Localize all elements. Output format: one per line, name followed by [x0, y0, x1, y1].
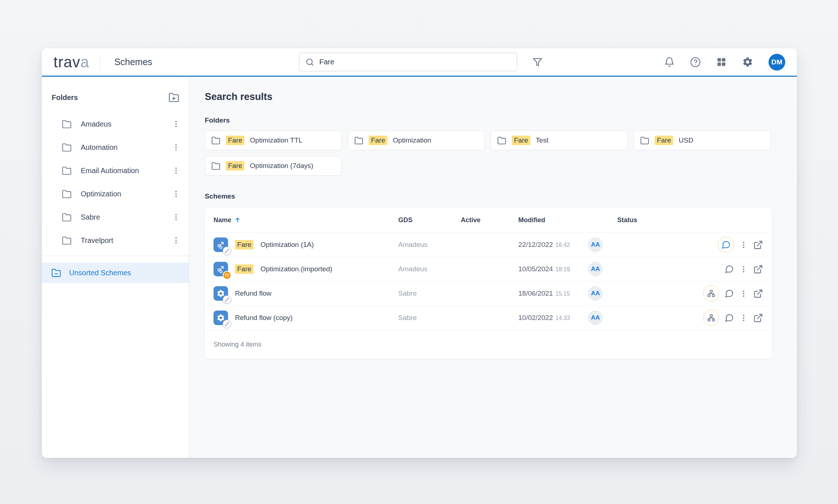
draft-pencil-badge	[223, 247, 231, 255]
folder-result-chip[interactable]: Fare Optimization (7days)	[205, 156, 342, 176]
user-avatar[interactable]: DM	[769, 54, 785, 71]
page-title: Schemes	[114, 57, 152, 67]
filter-button[interactable]	[532, 57, 543, 68]
comment-highlight-ring[interactable]	[718, 237, 734, 253]
table-row[interactable]: Refund flow (copy) Sabre 10/02/202214:33…	[205, 305, 772, 330]
search-term-highlight: Fare	[235, 240, 254, 249]
flow-hierarchy-ring[interactable]	[703, 310, 719, 326]
schemes-table: Name GDS Active Modified Status	[205, 208, 772, 359]
folder-icon	[62, 212, 72, 222]
column-header-active[interactable]: Active	[452, 216, 510, 224]
folder-plus-icon	[168, 92, 179, 103]
sidebar: Folders Amadeus Automa	[42, 77, 189, 458]
folder-result-chip[interactable]: Fare USD	[634, 131, 771, 150]
app-logo: trava	[53, 53, 89, 71]
table-row[interactable]: Fare Optimization.(imported) Amadeus 10/…	[205, 257, 772, 281]
row-menu-button[interactable]	[739, 289, 748, 298]
open-external-button[interactable]	[753, 240, 763, 250]
logo-accent-letter: a	[80, 53, 89, 71]
folder-icon	[211, 136, 220, 145]
apps-grid-icon	[716, 57, 727, 67]
folder-icon	[62, 236, 72, 245]
folder-menu-button[interactable]	[172, 190, 180, 198]
add-folder-button[interactable]	[168, 92, 179, 103]
search-results-title: Search results	[205, 91, 772, 103]
imported-archive-badge	[223, 271, 231, 280]
sidebar-item-unsorted-schemes[interactable]: Unsorted Schemes	[42, 263, 189, 283]
folder-menu-button[interactable]	[172, 213, 180, 221]
search-term-highlight: Fare	[655, 136, 673, 145]
folder-icon	[640, 136, 649, 145]
search-term-highlight: Fare	[226, 161, 244, 171]
row-menu-button[interactable]	[739, 241, 748, 249]
owner-avatar: AA	[588, 237, 603, 252]
sidebar-divider	[42, 256, 189, 256]
scheme-optimization-icon	[214, 237, 228, 252]
settings-button[interactable]	[742, 56, 753, 68]
column-header-name[interactable]: Name	[205, 216, 390, 224]
open-external-button[interactable]	[753, 264, 763, 274]
top-bar: trava Schemes	[42, 48, 797, 76]
logo-text: trav	[53, 53, 80, 71]
topbar-actions: DM	[664, 48, 785, 76]
folder-icon	[497, 136, 506, 145]
draft-pencil-badge	[223, 320, 231, 328]
folder-menu-button[interactable]	[172, 120, 180, 128]
open-external-button[interactable]	[753, 313, 763, 323]
search-input[interactable]	[319, 58, 511, 66]
search-term-highlight: Fare	[235, 264, 254, 274]
row-menu-button[interactable]	[739, 265, 748, 273]
folder-result-chip[interactable]: Fare Test	[491, 131, 628, 150]
open-external-button[interactable]	[753, 289, 763, 299]
folder-icon	[211, 161, 220, 171]
sidebar-item-amadeus[interactable]: Amadeus	[42, 112, 189, 136]
bell-icon	[664, 57, 675, 67]
comments-button[interactable]	[725, 313, 734, 323]
sidebar-item-sabre[interactable]: Sabre	[42, 205, 189, 229]
main-content: Search results Folders Fare Optimization…	[189, 77, 797, 458]
owner-avatar: AA	[588, 311, 603, 325]
column-header-gds[interactable]: GDS	[390, 216, 452, 224]
sidebar-item-email-autiomation[interactable]: Email Autiomation	[42, 159, 189, 182]
search-term-highlight: Fare	[512, 136, 530, 145]
sidebar-folders-title: Folders	[52, 93, 78, 102]
gear-icon	[742, 56, 753, 68]
flow-hierarchy-ring[interactable]	[703, 285, 719, 301]
global-search[interactable]	[299, 53, 517, 71]
table-row[interactable]: Fare Optimization (1A) Amadeus 22/12/202…	[205, 232, 772, 257]
table-header-row: Name GDS Active Modified Status	[205, 208, 772, 232]
folder-result-chip[interactable]: Fare Optimization	[348, 131, 485, 150]
header-divider	[100, 54, 100, 70]
folders-section-label: Folders	[205, 116, 772, 124]
app-window: trava Schemes	[42, 48, 797, 458]
owner-avatar: AA	[588, 286, 603, 301]
folder-results: Fare Optimization TTL Fare Optimization …	[205, 131, 773, 176]
row-menu-button[interactable]	[739, 314, 748, 322]
sidebar-item-optimization[interactable]: Optimization	[42, 182, 189, 205]
notifications-button[interactable]	[664, 57, 675, 67]
folder-menu-button[interactable]	[172, 236, 180, 244]
column-header-modified[interactable]: Modified	[510, 216, 579, 224]
folder-result-chip[interactable]: Fare Optimization TTL	[205, 131, 342, 150]
folder-icon	[354, 136, 363, 145]
folder-icon	[62, 143, 72, 152]
column-header-status[interactable]: Status	[608, 216, 772, 224]
scheme-gear-icon	[214, 311, 228, 325]
help-button[interactable]	[690, 57, 701, 68]
table-row[interactable]: Refund flow Sabre 18/06/202115:15 AA	[205, 281, 772, 305]
comments-button[interactable]	[725, 264, 734, 274]
folder-menu-button[interactable]	[172, 167, 180, 175]
sidebar-item-automation[interactable]: Automation	[42, 136, 189, 159]
comments-button[interactable]	[725, 289, 734, 298]
folder-icon	[62, 166, 72, 176]
folder-menu-button[interactable]	[172, 143, 180, 151]
scheme-gear-icon	[214, 286, 228, 301]
apps-grid-button[interactable]	[716, 57, 727, 67]
sidebar-item-travelport[interactable]: Travelport	[42, 229, 189, 252]
table-footer-count: Showing 4 items	[205, 330, 772, 359]
filter-funnel-icon	[532, 57, 543, 68]
schemes-section-label: Schemes	[205, 192, 772, 200]
search-term-highlight: Fare	[369, 136, 387, 145]
help-circle-icon	[690, 57, 701, 68]
scheme-optimization-icon	[214, 262, 228, 276]
